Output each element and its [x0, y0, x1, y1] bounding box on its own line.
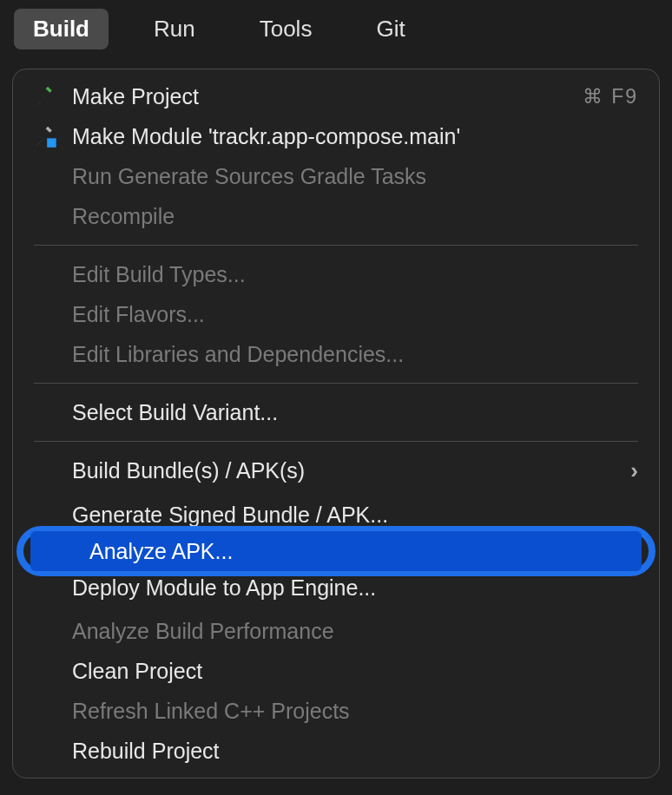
- menu-refresh-cpp: Refresh Linked C++ Projects: [13, 691, 659, 731]
- menu-label: Recompile: [72, 204, 638, 229]
- menu-make-project[interactable]: Make Project ⌘ F9: [13, 76, 659, 116]
- menu-label: Edit Libraries and Dependencies...: [72, 342, 638, 367]
- menu-edit-flavors: Edit Flavors...: [13, 294, 659, 334]
- menu-label: Make Module 'trackr.app-compose.main': [72, 124, 638, 149]
- menubar-git[interactable]: Git: [357, 9, 424, 49]
- menu-label: Refresh Linked C++ Projects: [72, 699, 638, 724]
- menu-label: Rebuild Project: [72, 739, 638, 764]
- menu-analyze-build-perf: Analyze Build Performance: [13, 611, 659, 651]
- menubar-tools[interactable]: Tools: [240, 9, 332, 49]
- menu-label: Run Generate Sources Gradle Tasks: [72, 164, 638, 189]
- menu-label: Build Bundle(s) / APK(s): [72, 458, 630, 483]
- separator: [34, 441, 638, 442]
- chevron-right-icon: ›: [630, 457, 638, 484]
- menu-recompile: Recompile: [13, 196, 659, 236]
- menu-label: Analyze APK...: [89, 539, 621, 564]
- menubar-build[interactable]: Build: [14, 9, 109, 49]
- menu-label: Analyze Build Performance: [72, 619, 638, 644]
- menu-edit-libraries: Edit Libraries and Dependencies...: [13, 334, 659, 374]
- hammer-green-icon: [34, 84, 72, 108]
- separator: [34, 245, 638, 246]
- menu-run-generate: Run Generate Sources Gradle Tasks: [13, 156, 659, 196]
- menu-label: Clean Project: [72, 659, 638, 684]
- menu-build-bundles[interactable]: Build Bundle(s) / APK(s) ›: [13, 450, 659, 491]
- menu-label: Select Build Variant...: [72, 400, 638, 425]
- menu-select-build-variant[interactable]: Select Build Variant...: [13, 392, 659, 432]
- build-dropdown: Make Project ⌘ F9 Make Module 'trackr.ap…: [12, 69, 660, 779]
- separator: [34, 383, 638, 384]
- menu-analyze-apk[interactable]: Analyze APK...: [30, 531, 642, 571]
- menu-label: Edit Flavors...: [72, 302, 638, 327]
- menu-label: Make Project: [72, 84, 583, 109]
- svg-rect-0: [47, 138, 56, 148]
- shortcut-text: ⌘ F9: [583, 85, 638, 108]
- menu-make-module[interactable]: Make Module 'trackr.app-compose.main': [13, 116, 659, 156]
- menubar-run[interactable]: Run: [135, 9, 214, 49]
- highlight-ring: Analyze APK...: [16, 526, 656, 576]
- menu-edit-build-types: Edit Build Types...: [13, 254, 659, 294]
- menu-label: Deploy Module to App Engine...: [72, 575, 638, 601]
- menu-clean-project[interactable]: Clean Project: [13, 651, 659, 691]
- hammer-module-icon: [34, 124, 72, 148]
- menu-rebuild-project[interactable]: Rebuild Project: [13, 731, 659, 771]
- menu-label: Edit Build Types...: [72, 262, 638, 287]
- menubar: Build Run Tools Git: [0, 0, 672, 58]
- menu-deploy-module[interactable]: Deploy Module to App Engine...: [13, 571, 659, 611]
- menu-label: Generate Signed Bundle / APK...: [72, 503, 638, 528]
